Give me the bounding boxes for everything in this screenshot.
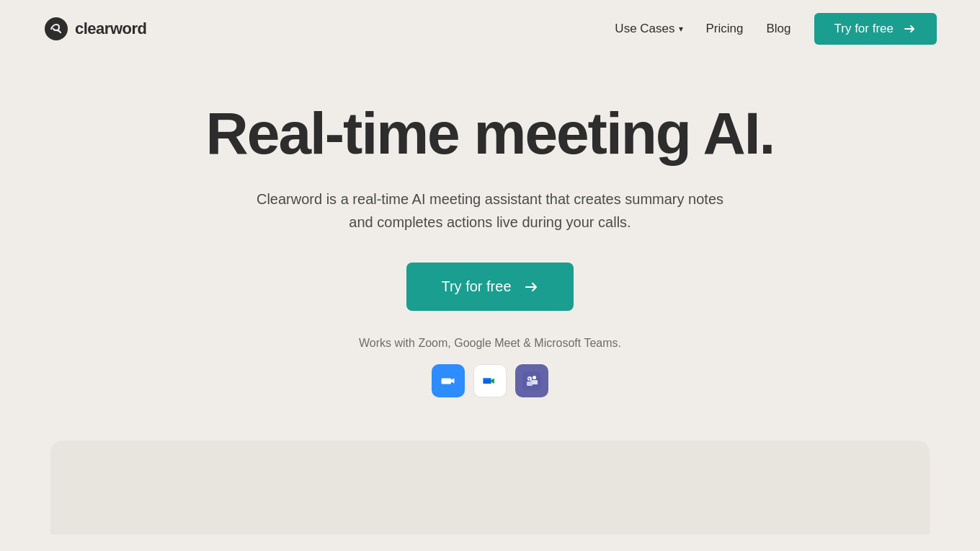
hero-subtitle: Clearword is a real-time AI meeting assi… [252, 188, 728, 234]
logo-text: clearword [75, 19, 146, 38]
nav-blog[interactable]: Blog [766, 22, 790, 36]
works-with-text: Works with Zoom, Google Meet & Microsoft… [359, 337, 621, 350]
bottom-preview-card [50, 441, 930, 534]
chevron-down-icon: ▾ [679, 24, 683, 34]
microsoft-teams-icon: T [515, 364, 548, 397]
nav-links: Use Cases ▾ Pricing Blog Try for free [615, 13, 937, 45]
logo-icon [43, 16, 69, 42]
hero-try-free-button[interactable]: Try for free [406, 263, 573, 311]
svg-rect-8 [527, 382, 533, 386]
nav-use-cases[interactable]: Use Cases ▾ [615, 22, 682, 36]
hero-section: Real-time meeting AI. Clearword is a rea… [0, 58, 980, 426]
nav-pricing[interactable]: Pricing [706, 22, 744, 36]
platform-icons: T [432, 364, 548, 397]
svg-point-5 [533, 376, 536, 379]
nav-try-free-button[interactable]: Try for free [814, 13, 937, 45]
hero-title: Real-time meeting AI. [206, 101, 775, 166]
svg-point-0 [45, 17, 68, 40]
arrow-right-icon [902, 22, 917, 36]
arrow-right-icon [523, 279, 539, 295]
google-meet-icon [473, 364, 507, 397]
logo-link[interactable]: clearword [43, 16, 146, 42]
zoom-icon [432, 364, 465, 397]
svg-text:T: T [528, 377, 530, 382]
navbar: clearword Use Cases ▾ Pricing Blog Try f… [0, 0, 980, 58]
